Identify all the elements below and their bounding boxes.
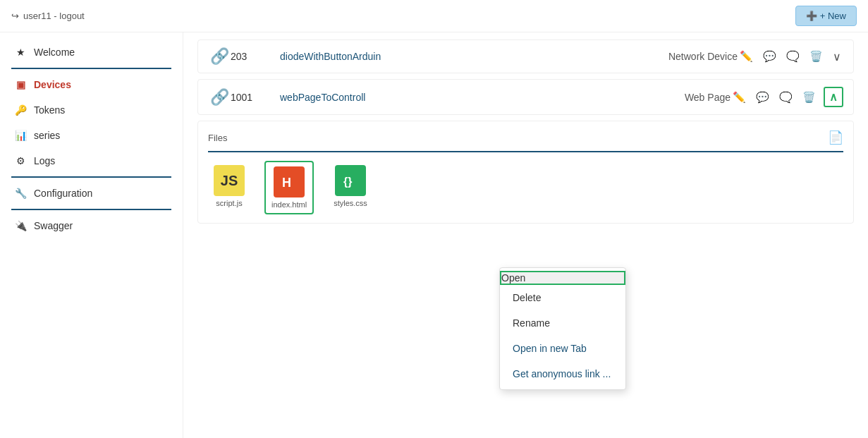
device-name: webPageToControll bbox=[273, 92, 685, 103]
star-icon: ★ bbox=[14, 47, 27, 58]
devices-icon: ▣ bbox=[14, 79, 27, 90]
chevron-down-icon[interactable]: ∨ bbox=[831, 48, 843, 66]
html-file-icon: H bbox=[274, 166, 305, 197]
sidebar-item-label: Configuration bbox=[34, 188, 92, 199]
plus-icon: ➕ bbox=[806, 11, 817, 21]
logout-label: user11 - logout bbox=[23, 11, 85, 21]
device-type: Web Page bbox=[685, 92, 731, 103]
sidebar-item-label: Swagger bbox=[34, 220, 73, 231]
delete-icon[interactable]: 🗑️ bbox=[800, 89, 818, 106]
file-name: index.html bbox=[271, 200, 307, 209]
sidebar-item-series[interactable]: 📊 series bbox=[0, 123, 183, 148]
device-id: 203 bbox=[231, 51, 273, 62]
x-link-icon: 🔗 bbox=[208, 88, 231, 107]
files-header-icons: 📄 bbox=[828, 130, 843, 145]
context-menu: Open Delete Rename Open in new Tab Get a… bbox=[499, 267, 626, 390]
svg-text:{}: {} bbox=[343, 176, 352, 188]
css-file-icon: {} bbox=[335, 165, 366, 196]
sidebar: ★ Welcome ▣ Devices 🔑 Tokens 📊 series ⚙ … bbox=[0, 32, 183, 438]
device-row-203: 🔗 203 diodeWithButtonArduin Network Devi… bbox=[197, 39, 854, 73]
context-menu-item-open-tab[interactable]: Open in new Tab bbox=[500, 336, 625, 361]
chevron-up-button[interactable]: ∧ bbox=[824, 87, 843, 107]
logout-link[interactable]: ↪ user11 - logout bbox=[11, 11, 85, 21]
file-items: JS script.js H index.html {} bbox=[208, 161, 843, 214]
sidebar-item-label: Devices bbox=[34, 79, 71, 90]
sidebar-item-welcome[interactable]: ★ Welcome bbox=[0, 39, 183, 65]
sidebar-item-label: series bbox=[34, 130, 60, 141]
sidebar-item-swagger[interactable]: 🔌 Swagger bbox=[0, 213, 183, 238]
logs-icon: ⚙ bbox=[14, 155, 27, 166]
sidebar-divider-2 bbox=[11, 176, 171, 178]
top-bar: ↪ user11 - logout ➕ + New bbox=[0, 0, 868, 32]
file-name: styles.css bbox=[334, 199, 367, 207]
chat-icon[interactable]: 💬 bbox=[761, 48, 778, 65]
sidebar-item-devices[interactable]: ▣ Devices bbox=[0, 72, 183, 97]
context-menu-item-rename[interactable]: Rename bbox=[500, 310, 625, 336]
device-row-1001: 🔗 1001 webPageToControll Web Page ✏️ 💬 🗨… bbox=[197, 79, 854, 115]
context-menu-item-delete[interactable]: Delete bbox=[500, 285, 625, 310]
swagger-icon: 🔌 bbox=[14, 220, 27, 231]
new-file-icon[interactable]: 📄 bbox=[828, 130, 843, 145]
sidebar-item-tokens[interactable]: 🔑 Tokens bbox=[0, 97, 183, 123]
link-icon: 🔗 bbox=[208, 47, 231, 66]
context-menu-item-open[interactable]: Open bbox=[500, 271, 625, 285]
file-item-styles-css[interactable]: {} styles.css bbox=[328, 161, 373, 212]
logout-icon: ↪ bbox=[11, 11, 19, 21]
sidebar-divider-1 bbox=[11, 68, 171, 69]
file-item-script-js[interactable]: JS script.js bbox=[208, 161, 250, 212]
device-type: Network Device bbox=[668, 51, 738, 62]
context-menu-item-anon-link[interactable]: Get anonymous link ... bbox=[500, 361, 625, 387]
chart-icon: 📊 bbox=[14, 130, 27, 141]
sidebar-item-label: Logs bbox=[34, 155, 55, 166]
files-section: Files 📄 JS script.js H index.html bbox=[197, 121, 854, 224]
sidebar-item-configuration[interactable]: 🔧 Configuration bbox=[0, 181, 183, 206]
edit-icon[interactable]: ✏️ bbox=[731, 89, 748, 106]
content-area: 🔗 203 diodeWithButtonArduin Network Devi… bbox=[183, 32, 868, 438]
device-actions: ✏️ 💬 🗨️ 🗑️ ∨ bbox=[738, 48, 843, 66]
chat-icon[interactable]: 💬 bbox=[754, 89, 771, 106]
device-actions: ✏️ 💬 🗨️ 🗑️ ∧ bbox=[731, 87, 843, 107]
svg-text:H: H bbox=[282, 176, 291, 190]
file-name: script.js bbox=[216, 199, 242, 207]
new-button[interactable]: ➕ + New bbox=[795, 6, 857, 26]
sidebar-item-label: Tokens bbox=[34, 104, 65, 116]
sidebar-item-logs[interactable]: ⚙ Logs bbox=[0, 148, 183, 174]
main-layout: ★ Welcome ▣ Devices 🔑 Tokens 📊 series ⚙ … bbox=[0, 32, 868, 438]
files-title: Files bbox=[208, 133, 227, 143]
file-item-index-html[interactable]: H index.html bbox=[264, 161, 314, 214]
js-file-icon: JS bbox=[214, 165, 245, 196]
device-id: 1001 bbox=[231, 92, 273, 103]
delete-icon[interactable]: 🗑️ bbox=[807, 48, 825, 65]
message-icon[interactable]: 🗨️ bbox=[784, 48, 802, 65]
files-header: Files 📄 bbox=[208, 130, 843, 152]
sidebar-divider-3 bbox=[11, 209, 171, 210]
wrench-icon: 🔧 bbox=[14, 188, 27, 199]
edit-icon[interactable]: ✏️ bbox=[738, 48, 755, 65]
message-icon[interactable]: 🗨️ bbox=[777, 89, 795, 106]
key-icon: 🔑 bbox=[14, 104, 27, 116]
sidebar-item-label: Welcome bbox=[34, 47, 75, 58]
device-name: diodeWithButtonArduin bbox=[273, 51, 668, 62]
